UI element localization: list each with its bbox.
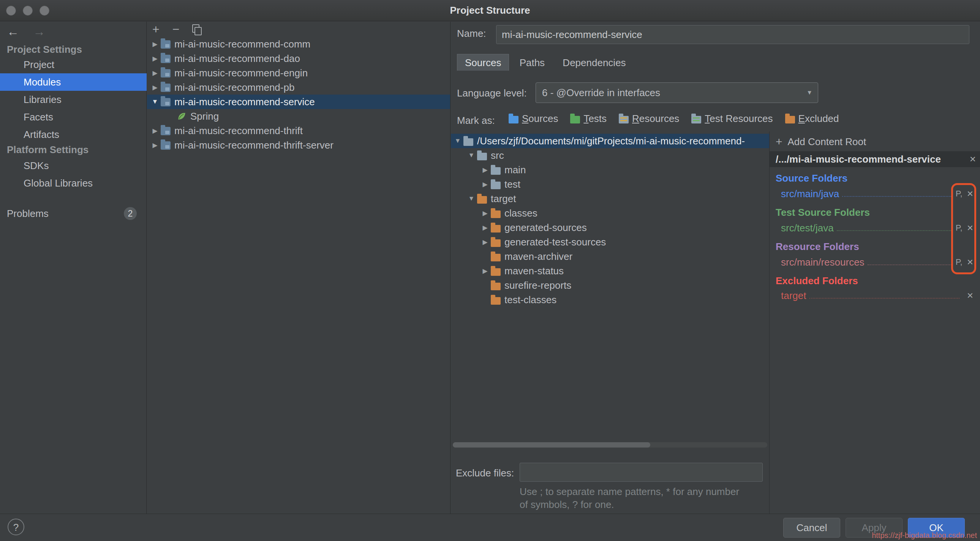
file-tree-row-src[interactable]: ▼ src [451,148,769,162]
chevron-right-icon[interactable]: ▶ [479,166,491,174]
module-icon [161,141,170,150]
module-name-input[interactable] [496,25,969,44]
sidebar-item-problems[interactable]: Problems 2 [0,205,146,222]
exclude-hint-line1: Use ; to separate name patterns, * for a… [520,486,739,498]
sidebar-item-facets[interactable]: Facets [0,108,146,126]
editor-tabs: Sources Paths Dependencies [457,54,633,71]
chevron-right-icon[interactable]: ▶ [479,238,491,246]
problems-count-badge: 2 [124,207,137,220]
back-icon[interactable]: ← [7,25,19,38]
folder-path: src/main/resources [781,256,864,268]
chevron-right-icon[interactable]: ▶ [479,209,491,217]
file-tree-row-generated-test-sources[interactable]: ▶ generated-test-sources [451,235,769,249]
history-nav: ← → [7,25,45,39]
chevron-right-icon[interactable]: ▶ [149,127,161,135]
folder-path: src/test/java [781,222,834,234]
excluded-folder-row[interactable]: target × [781,289,978,302]
module-name: mi-ai-music-recommend-thrift-server [174,139,334,151]
file-tree-row-surefire-reports[interactable]: surefire-reports [451,278,769,293]
mark-as-label: Mark as: [457,115,495,127]
chevron-down-icon[interactable]: ▼ [466,151,477,159]
module-tree-row[interactable]: ▶ mi-ai-music-recommend-pb [147,80,450,95]
file-tree-row-maven-archiver[interactable]: maven-archiver [451,249,769,264]
tab-dependencies[interactable]: Dependencies [555,54,633,71]
file-tree-row-target[interactable]: ▼ target [451,191,769,206]
module-tree-row[interactable]: ▶ mi-ai-music-recommend-comm [147,37,450,51]
section-platform-settings: Platform Settings [7,144,89,156]
add-module-icon[interactable]: + [152,22,159,37]
remove-content-root-icon[interactable]: × [965,153,980,165]
chevron-right-icon[interactable]: ▶ [479,180,491,188]
module-icon [161,84,170,92]
sidebar-item-modules[interactable]: Modules [0,73,146,91]
mark-as-resources[interactable]: Resources [619,113,679,125]
tab-sources[interactable]: Sources [457,54,509,71]
add-content-root-button[interactable]: + Add Content Root [776,135,866,148]
chevron-down-icon: ▼ [807,89,813,96]
language-level-label: Language level: [457,88,527,99]
sidebar-item-global-libraries[interactable]: Global Libraries [0,174,146,192]
copy-module-icon[interactable] [192,24,200,34]
chevron-right-icon[interactable]: ▶ [479,224,491,232]
cancel-button[interactable]: Cancel [783,518,840,538]
sidebar-item-label: Problems [7,208,49,219]
chevron-right-icon[interactable]: ▶ [149,69,161,77]
sidebar-item-label: Libraries [24,94,62,105]
chevron-right-icon[interactable]: ▶ [149,40,161,48]
mark-as-tests[interactable]: Tests [570,113,607,125]
forward-icon[interactable]: → [33,25,45,38]
help-button[interactable]: ? [8,519,24,535]
mark-as-sources[interactable]: Sources [509,113,558,125]
resource-folder-row[interactable]: src/main/resources P, × [781,255,978,269]
file-tree-row-maven-status[interactable]: ▶ maven-status [451,264,769,278]
module-name: mi-ai-music-recommend-dao [174,53,300,65]
sidebar-item-artifacts[interactable]: Artifacts [0,126,146,143]
folder-name: /Users/zjf/Documents/mi/gitProjects/mi-a… [477,135,745,147]
module-tree-row-selected[interactable]: ▼ mi-ai-music-recommend-service [147,95,450,109]
file-tree-row-test[interactable]: ▶ test [451,177,769,191]
test-resource-folder-icon [691,116,701,124]
module-tree-row-spring[interactable]: Spring [147,109,450,124]
resource-folders-title: Resource Folders [776,241,859,253]
folder-name: generated-sources [504,222,587,234]
chevron-down-icon[interactable]: ▼ [149,98,161,106]
file-tree-row-generated-sources[interactable]: ▶ generated-sources [451,220,769,235]
language-level-select[interactable]: 6 - @Override in interfaces ▼ [536,83,818,103]
mark-as-test-resources[interactable]: Test Resources [691,113,773,125]
remove-folder-icon[interactable]: × [963,290,978,302]
chevron-down-icon[interactable]: ▼ [466,195,477,202]
file-tree-row-classes[interactable]: ▶ classes [451,206,769,220]
module-tree-row[interactable]: ▶ mi-ai-music-recommend-thrift-server [147,138,450,152]
module-tree-row[interactable]: ▶ mi-ai-music-recommend-thrift [147,124,450,138]
remove-module-icon[interactable]: − [172,22,180,37]
sidebar-item-project[interactable]: Project [0,56,146,73]
source-folder-row[interactable]: src/main/java P, × [781,187,978,200]
module-icon [161,40,170,49]
mark-as-excluded[interactable]: Excluded [785,113,839,125]
chevron-right-icon[interactable]: ▶ [149,55,161,63]
sidebar-item-sdks[interactable]: SDKs [0,157,146,174]
excluded-folders-title: Excluded Folders [776,275,858,287]
sidebar-item-libraries[interactable]: Libraries [0,91,146,108]
content-root-header: /.../mi-ai-music-recommend-service × [770,151,980,167]
folder-name: surefire-reports [504,280,571,291]
file-tree-row-content-root[interactable]: ▼ /Users/zjf/Documents/mi/gitProjects/mi… [451,134,769,148]
chevron-down-icon[interactable]: ▼ [452,137,463,145]
watermark: https://zjf-bigdata.blog.csdn.net [872,531,977,540]
file-tree-row-test-classes[interactable]: test-classes [451,293,769,307]
file-tree-row-main[interactable]: ▶ main [451,162,769,177]
title-bar: Project Structure [0,0,980,21]
tab-paths[interactable]: Paths [512,54,553,71]
chevron-right-icon[interactable]: ▶ [479,267,491,275]
sidebar-item-label: Facets [24,111,53,123]
excluded-folder-icon [491,283,501,290]
test-source-folder-row[interactable]: src/test/java P, × [781,221,978,235]
horizontal-scrollbar[interactable] [453,442,767,447]
scrollbar-thumb[interactable] [453,442,650,447]
module-tree-row[interactable]: ▶ mi-ai-music-recommend-dao [147,51,450,66]
chevron-right-icon[interactable]: ▶ [149,141,161,149]
chevron-right-icon[interactable]: ▶ [149,84,161,92]
sidebar-item-label: Artifacts [24,129,59,140]
module-tree-row[interactable]: ▶ mi-ai-music-recommend-engin [147,66,450,80]
exclude-files-input[interactable] [520,463,763,482]
